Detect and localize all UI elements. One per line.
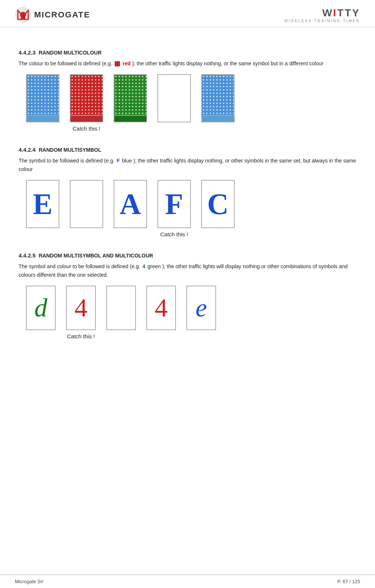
- section-4424-boxes: E A F C: [26, 180, 356, 228]
- section-4425-title: 4.4.2.5 Random Multisymbol and Multicolo…: [19, 252, 356, 259]
- dot-overlay-blue: [27, 75, 59, 115]
- catch-label-4423: Catch this !: [70, 125, 103, 132]
- section-4425-boxes: d 4 4 e: [26, 286, 356, 330]
- witty-logo-text: WITTY: [322, 7, 360, 19]
- sym-box-e: e: [186, 286, 216, 330]
- witty-logo: WITTY WIRELESS TRAINING TIMER: [284, 7, 360, 23]
- sym-box-empty: [106, 286, 136, 330]
- catch-label-4425: Catch this !: [66, 333, 96, 339]
- section-4425-desc: The symbol and colour to be followed is …: [19, 262, 356, 279]
- dot-overlay-green: [114, 75, 146, 115]
- tl-box-blue-1: // Generate dots via inline SVG pattern: [26, 74, 59, 122]
- tl-box-red: [70, 74, 103, 122]
- tl-bottom-blue-2: [202, 115, 234, 122]
- tl-box-empty-1: [157, 74, 191, 122]
- main-content: 4.4.2.3 Random Multicolour The colour to…: [0, 27, 375, 362]
- dot-overlay-red: [71, 75, 102, 115]
- dot-overlay-blue-2: [202, 75, 234, 115]
- catch-label-4424: Catch this !: [157, 231, 191, 237]
- microgate-logo-icon: [15, 7, 31, 23]
- section-4425: 4.4.2.5 Random Multisymbol and Multicolo…: [19, 252, 356, 339]
- letter-box-empty: [70, 180, 103, 228]
- sym-box-4-red: 4: [66, 286, 96, 330]
- section-4423-desc: The colour to be followed is defined (e.…: [19, 59, 356, 68]
- section-4424-title: 4.4.2.4 Random Multisymbol: [19, 147, 356, 153]
- tl-bottom-blue: [27, 115, 59, 122]
- section-4423-boxes: // Generate dots via inline SVG pattern: [26, 74, 356, 122]
- tl-bottom-green: [114, 115, 146, 122]
- footer-right: P. 67 / 125: [338, 579, 360, 584]
- letter-box-A: A: [114, 180, 147, 228]
- section-4424: 4.4.2.4 Random Multisymbol The symbol to…: [19, 147, 356, 237]
- microgate-logo: MICROGATE: [15, 7, 90, 23]
- microgate-logo-text: MICROGATE: [34, 10, 90, 20]
- catch-label-row-4423: Catch this !: [26, 125, 356, 132]
- footer-left: Microgate Srl: [15, 579, 43, 584]
- letter-box-F: F: [157, 180, 191, 228]
- tl-box-blue-2: [201, 74, 235, 122]
- section-4423-title: 4.4.2.3 Random Multicolour: [19, 49, 356, 56]
- tl-box-green: [114, 74, 147, 122]
- catch-label-row-4425: Catch this !: [26, 333, 356, 339]
- page-footer: Microgate Srl P. 67 / 125: [0, 575, 375, 588]
- letter-box-C: C: [201, 180, 235, 228]
- sym-box-4-red-2: 4: [146, 286, 176, 330]
- section-4423: 4.4.2.3 Random Multicolour The colour to…: [19, 49, 356, 132]
- letter-box-E: E: [26, 180, 59, 228]
- section-4424-desc: The symbol to be followed is defined (e.…: [19, 157, 356, 173]
- page-header: MICROGATE WITTY WIRELESS TRAINING TIMER: [0, 0, 375, 27]
- sym-box-d: d: [26, 286, 56, 330]
- catch-label-row-4424: Catch this !: [26, 231, 356, 237]
- tl-bottom-red: [71, 115, 102, 122]
- witty-logo-sub: WIRELESS TRAINING TIMER: [284, 19, 360, 23]
- color-swatch-red: [115, 61, 120, 66]
